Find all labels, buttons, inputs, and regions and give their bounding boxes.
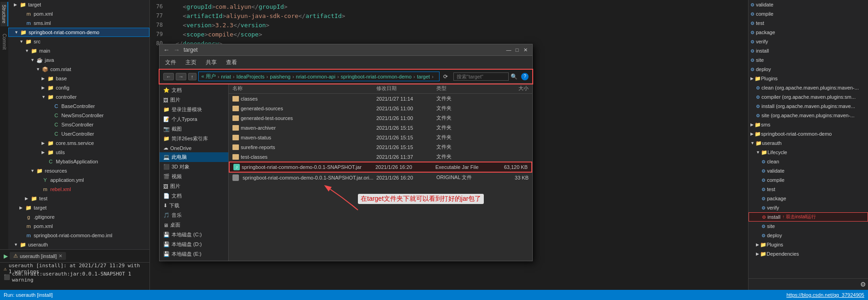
sidebar-item-music[interactable]: 🎵 音乐	[160, 210, 228, 220]
tree-item-target-main[interactable]: ▶ 📁 target	[8, 203, 149, 212]
toolbar-tab-home[interactable]: 主页	[184, 58, 198, 67]
sidebar-item-screenshot[interactable]: 📷 截图	[160, 124, 228, 134]
addr-seg-6[interactable]: springboot-nriat-common-demo	[341, 74, 411, 79]
maven-springboot-demo[interactable]: ▶ 📁 springboot-nriat-common-demo	[749, 129, 868, 138]
tree-item-gitignore[interactable]: g .gitignore	[8, 212, 149, 222]
tree-item-target-top[interactable]: ▶ 📁 target	[8, 0, 149, 9]
file-row-jar[interactable]: Jspringboot-nriat-common-demo-0.0.1-SNAP…	[229, 162, 532, 173]
file-row-jar-ori[interactable]: springboot-nriat-common-demo-0.0.1-SNAPS…	[229, 173, 532, 182]
maven-compile[interactable]: ⚙ compile	[749, 9, 868, 18]
maven-plugin-compiler[interactable]: ⚙ compiler (org.apache.maven.plugins:sm.…	[749, 92, 868, 102]
tree-item-controller[interactable]: ▼ 📁 controller	[8, 92, 149, 102]
col-type[interactable]: 类型	[436, 85, 492, 92]
tree-item-base[interactable]: ▶ 📁 base	[8, 74, 149, 83]
maven-userauth-plugins[interactable]: ▶ 📁 Plugins	[749, 240, 868, 249]
toolbar-tab-share[interactable]: 共享	[204, 58, 219, 67]
sidebar-item-images[interactable]: 🖼 图片	[160, 95, 228, 105]
tree-item-java[interactable]: ▼ ☕ java	[8, 55, 149, 65]
maven-plugin-clean[interactable]: ⚙ clean (org.apache.maven.plugins:maven-…	[749, 83, 868, 92]
tree-item-user-controller[interactable]: C UserController	[8, 129, 149, 138]
file-row-generated-test-sources[interactable]: generated-test-sources 2021/1/26 11:00 文…	[229, 113, 532, 123]
addr-seg-7[interactable]: target	[417, 74, 430, 79]
sidebar-item-elastic[interactable]: 📁 简洋26es索引库	[160, 134, 228, 144]
file-row-maven-status[interactable]: maven-status 2021/1/26 15:15 文件夹	[229, 132, 532, 142]
back-btn[interactable]: ←	[163, 46, 170, 54]
maven-validate[interactable]: ⚙ validate	[749, 0, 868, 9]
addr-seg-2[interactable]: nriat	[221, 74, 231, 79]
tree-item-core-sms[interactable]: ▶ 📁 core.sms.service	[8, 138, 149, 148]
tree-item-newsms-controller[interactable]: C NewSmsController	[8, 111, 149, 120]
maven-userauth-test[interactable]: ⚙ test	[749, 185, 868, 194]
run-tab[interactable]: ⚠ userauth [install] ✕	[10, 252, 66, 260]
tree-item-userauth[interactable]: ▼ 📁 userauth	[8, 240, 149, 249]
tree-item-utils[interactable]: ▶ 📁 utils	[8, 148, 149, 157]
sidebar-item-onedrive[interactable]: ☁ OneDrive	[160, 144, 228, 152]
col-name[interactable]: 名称	[232, 85, 376, 92]
maven-site[interactable]: ⚙ site	[749, 55, 868, 65]
tree-item-springboot-demo[interactable]: ▼ 📁 springboot-nriat-common-demo	[8, 28, 149, 37]
sidebar-item-disk-d[interactable]: 💾 本地磁盘 (D:)	[160, 240, 228, 249]
maven-deploy[interactable]: ⚙ deploy	[749, 65, 868, 74]
nav-forward[interactable]: →	[176, 73, 186, 80]
sidebar-item-disk-e[interactable]: 💾 本地磁盘 (E:)	[160, 249, 228, 259]
toolbar-tab-view[interactable]: 查看	[224, 58, 239, 67]
addr-seg-1[interactable]: « 用户	[202, 73, 216, 80]
file-row-maven-archiver[interactable]: maven-archiver 2021/1/26 15:15 文件夹	[229, 123, 532, 132]
maven-userauth-verify[interactable]: ⚙ verify	[749, 203, 868, 212]
maven-plugin-site[interactable]: ⚙ site (org.apache.maven.plugins:maven-.…	[749, 111, 868, 120]
sidebar-item-downloads[interactable]: ⬇ 下载	[160, 201, 228, 210]
search-input[interactable]	[453, 72, 509, 81]
forward-btn[interactable]: →	[173, 46, 180, 54]
maven-verify[interactable]: ⚙ verify	[749, 37, 868, 46]
file-row-test-classes[interactable]: test-classes 2021/1/26 11:37 文件夹	[229, 152, 532, 162]
maven-userauth-deploy[interactable]: ⚙ deploy	[749, 231, 868, 240]
maven-userauth[interactable]: ▼ 📁 userauth	[749, 138, 868, 148]
file-row-generated-sources[interactable]: generated-sources 2021/1/26 11:00 文件夹	[229, 103, 532, 113]
maximize-btn[interactable]: □	[514, 47, 520, 53]
sidebar-item-login-module[interactable]: 📁 登录注册模块	[160, 105, 228, 114]
sidebar-item-typora[interactable]: 📝 个人Typora	[160, 114, 228, 124]
file-row-surefire-reports[interactable]: surefire-reports 2021/1/26 15:15 文件夹	[229, 142, 532, 152]
sidebar-item-video[interactable]: 🎬 视频	[160, 172, 228, 181]
addr-seg-4[interactable]: paisheng	[270, 74, 291, 79]
tree-item-main[interactable]: ▼ 📁 main	[8, 46, 149, 55]
tree-item-base-controller[interactable]: C BaseController	[8, 102, 149, 111]
col-size[interactable]: 大小	[492, 85, 529, 92]
sidebar-item-desktop[interactable]: 🖥 桌面	[160, 220, 228, 230]
minimize-btn[interactable]: —	[505, 47, 512, 53]
tree-item-src[interactable]: ▼ 📁 src	[8, 37, 149, 46]
nav-up[interactable]: ↑	[188, 73, 196, 80]
search-icon[interactable]: 🔍	[511, 73, 517, 80]
maven-test[interactable]: ⚙ test	[749, 18, 868, 28]
tree-item-com-nriat[interactable]: ▼ 📦 com.nriat	[8, 65, 149, 74]
sidebar-item-3d[interactable]: ⬛ 3D 对象	[160, 162, 228, 172]
tree-item-config[interactable]: ▶ 📁 config	[8, 83, 149, 92]
file-row-classes[interactable]: classes 2021/1/27 11:14 文件夹	[229, 94, 532, 103]
tree-item-application-yml[interactable]: Y application.yml	[8, 175, 149, 185]
maven-userauth-package[interactable]: ⚙ package	[749, 194, 868, 203]
maven-package[interactable]: ⚙ package	[749, 28, 868, 37]
maven-install[interactable]: ⚙ install	[749, 46, 868, 55]
maven-userauth-validate[interactable]: ⚙ validate	[749, 166, 868, 175]
structure-tab[interactable]: Structure	[0, 2, 8, 26]
help-icon[interactable]: ?	[521, 73, 529, 80]
run-tab-close[interactable]: ✕	[59, 253, 62, 258]
maven-lifecycle[interactable]: ▼ 📁 Lifecycle	[749, 148, 868, 157]
addr-seg-3[interactable]: IdeaProjects	[236, 74, 264, 79]
maven-userauth-site[interactable]: ⚙ site	[749, 222, 868, 231]
tree-item-demo-iml[interactable]: m springboot-nriat-common-demo.iml	[8, 231, 149, 240]
tree-item-mybatis-app[interactable]: C MybatisApplication	[8, 157, 149, 166]
maven-userauth-clean[interactable]: ⚙ clean	[749, 157, 868, 166]
close-btn[interactable]: ✕	[522, 47, 529, 53]
maven-userauth-dependencies[interactable]: ▶ 📁 Dependencies	[749, 249, 868, 258]
maven-userauth-install[interactable]: ⚙ install ↑ 双击install运行	[749, 212, 868, 222]
tree-item-rebel-xml[interactable]: m rebel.xml	[8, 185, 149, 194]
tree-item-pom-xml[interactable]: m pom.xml	[8, 222, 149, 231]
nav-back[interactable]: ←	[163, 73, 174, 80]
commit-tab[interactable]: Commit	[1, 31, 8, 52]
toolbar-tab-file[interactable]: 文件	[163, 58, 178, 67]
tree-item-sms-controller[interactable]: C SmsController	[8, 120, 149, 129]
maven-plugins[interactable]: ▶ 📁 Plugins	[749, 74, 868, 83]
settings-icon[interactable]: ⚙	[860, 281, 866, 288]
maven-plugin-install[interactable]: ⚙ install (org.apache.maven.plugins:mave…	[749, 102, 868, 111]
